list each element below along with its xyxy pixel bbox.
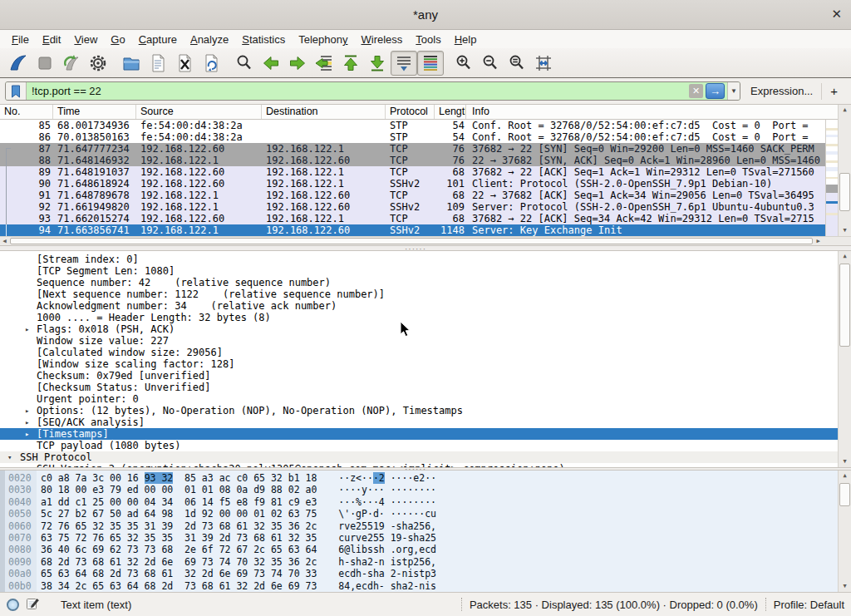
title-bar[interactable]: *any ✕ [0, 0, 851, 30]
filter-apply-button[interactable]: → [706, 83, 725, 99]
find-packet-icon[interactable] [231, 51, 258, 76]
hscrollbar-thumb[interactable] [10, 238, 813, 244]
expert-info-icon[interactable] [7, 599, 19, 611]
stop-capture-icon[interactable] [32, 51, 58, 76]
zoom-in-icon[interactable] [450, 51, 477, 76]
menu-wireless[interactable]: Wireless [355, 32, 410, 47]
scroll-up-arrow-icon[interactable]: ▲ [839, 471, 851, 481]
zoom-original-icon[interactable] [504, 51, 530, 76]
detail-segment-len[interactable]: [TCP Segment Len: 1080] [0, 265, 838, 277]
menu-help[interactable]: Help [448, 32, 484, 47]
scroll-down-arrow-icon[interactable]: ▼ [839, 225, 851, 236]
detail-ssh-protocol[interactable]: ▾SSH Protocol [0, 451, 838, 463]
menu-tools[interactable]: Tools [409, 32, 447, 47]
scroll-up-arrow-icon[interactable]: ▲ [839, 105, 851, 116]
hex-row-0030[interactable]: 003080 18 00 e3 79 ed 00 00 01 01 08 0a … [0, 484, 838, 495]
details-vscrollbar[interactable]: ▲ ▼ [838, 251, 851, 467]
detail-seq-ack-analysis[interactable]: ▸[SEQ/ACK analysis] [0, 416, 838, 428]
packet-list-vscrollbar[interactable]: ▲ ▼ [838, 105, 851, 236]
expand-arrow-icon[interactable]: ▸ [25, 323, 29, 335]
packet-row-92[interactable]: 9271.661949820192.168.122.1192.168.122.6… [0, 201, 825, 213]
restart-capture-icon[interactable] [58, 51, 85, 76]
go-forward-icon[interactable] [284, 51, 311, 76]
filter-clear-button[interactable]: ✕ [689, 84, 703, 98]
detail-calculated-window[interactable]: [Calculated window size: 29056] [0, 347, 838, 358]
reload-file-icon[interactable] [198, 51, 224, 76]
scroll-right-arrow-icon[interactable]: ▶ [814, 237, 823, 245]
hex-row-0090[interactable]: 009068 2d 73 68 61 32 2d 6e 69 73 74 70 … [0, 556, 838, 568]
menu-file[interactable]: File [5, 32, 36, 47]
hex-row-0080[interactable]: 008036 40 6c 69 62 73 73 68 2e 6f 72 67 … [0, 544, 838, 555]
hex-row-0060[interactable]: 006072 76 65 32 35 35 31 39 2d 73 68 61 … [0, 520, 838, 532]
hex-row-0040[interactable]: 0040a1 dd c1 25 00 00 04 34 06 14 f5 e8 … [0, 496, 838, 508]
bytes-vscrollbar[interactable]: ▲ ▼ [838, 471, 851, 592]
scrollbar-thumb[interactable] [839, 483, 850, 506]
packet-row-87[interactable]: 8771.647777234192.168.122.60192.168.122.… [0, 143, 825, 155]
save-file-icon[interactable] [145, 51, 171, 76]
filter-text[interactable]: !tcp.port == 22 [27, 85, 689, 97]
packet-row-91[interactable]: 9171.648789678192.168.122.1192.168.122.6… [0, 190, 825, 201]
hex-row-0020[interactable]: 0020 c0 a8 7a 3c 00 16 93 32 85 a3 ac c0… [0, 472, 838, 484]
go-first-packet-icon[interactable] [337, 51, 364, 76]
menu-statistics[interactable]: Statistics [235, 32, 292, 47]
status-profile[interactable]: Profile: Default [774, 599, 844, 611]
open-file-icon[interactable] [118, 51, 145, 76]
hex-row-0070[interactable]: 007063 75 72 76 65 32 35 35 31 39 2d 73 … [0, 532, 838, 544]
column-header-protocol[interactable]: Protocol [386, 105, 435, 119]
packet-row-86[interactable]: 8670.013850163fe:54:00:d4:38:2aSTP54Conf… [0, 131, 825, 143]
go-to-packet-icon[interactable] [311, 51, 337, 76]
menu-capture[interactable]: Capture [132, 32, 184, 47]
detail-header-length[interactable]: 1000 .... = Header Length: 32 bytes (8) [0, 312, 838, 323]
detail-urgent-pointer[interactable]: Urgent pointer: 0 [0, 393, 838, 405]
column-header-destination[interactable]: Destination [262, 105, 386, 119]
go-back-icon[interactable] [258, 51, 284, 76]
display-filter-input[interactable]: !tcp.port == 22 ✕ → ▼ [5, 81, 740, 101]
column-header-info[interactable]: Info [466, 105, 838, 119]
detail-sequence-number[interactable]: Sequence number: 42 (relative sequence n… [0, 277, 838, 288]
go-last-packet-icon[interactable] [364, 51, 391, 76]
scrollbar-thumb[interactable] [839, 264, 850, 347]
intelligent-scrollbar-minimap[interactable] [825, 120, 838, 236]
scroll-up-arrow-icon[interactable]: ▲ [839, 251, 851, 262]
detail-window-scaling[interactable]: [Window size scaling factor: 128] [0, 358, 838, 370]
column-header-no[interactable]: No. [0, 105, 53, 119]
detail-ack-number[interactable]: Acknowledgment number: 34 (relative ack … [0, 300, 838, 312]
capture-options-icon[interactable] [85, 51, 111, 76]
scrollbar-thumb[interactable] [839, 173, 850, 211]
capture-comment-icon[interactable] [26, 597, 39, 613]
expand-arrow-icon[interactable]: ▸ [25, 416, 29, 428]
menu-view[interactable]: View [67, 32, 104, 47]
menu-go[interactable]: Go [104, 32, 131, 47]
menu-edit[interactable]: Edit [36, 32, 67, 47]
menu-telephony[interactable]: Telephony [292, 32, 354, 47]
resize-columns-icon[interactable] [530, 51, 557, 76]
hex-row-00a0[interactable]: 00a065 63 64 68 2d 73 68 61 32 2d 6e 69 … [0, 568, 838, 579]
detail-checksum-status[interactable]: [Checksum Status: Unverified] [0, 382, 838, 393]
column-header-length[interactable]: Length [435, 105, 466, 119]
menu-analyze[interactable]: Analyze [184, 32, 235, 47]
packet-row-94-selected[interactable]: 9471.663856741192.168.122.1192.168.122.6… [0, 224, 825, 236]
packet-row-89[interactable]: 8971.648191037192.168.122.60192.168.122.… [0, 166, 825, 178]
detail-tcp-payload[interactable]: TCP payload (1080 bytes) [0, 440, 838, 451]
column-header-time[interactable]: Time [53, 105, 136, 119]
column-header-source[interactable]: Source [136, 105, 262, 119]
detail-checksum[interactable]: Checksum: 0x79ed [unverified] [0, 370, 838, 382]
zoom-out-icon[interactable] [477, 51, 504, 76]
detail-options[interactable]: ▸Options: (12 bytes), No-Operation (NOP)… [0, 405, 838, 416]
scroll-down-arrow-icon[interactable]: ▼ [839, 456, 851, 467]
hex-row-0050[interactable]: 00505c 27 b2 67 50 ad 64 98 1d 92 00 00 … [0, 508, 838, 520]
packet-row-90[interactable]: 9071.648618924192.168.122.60192.168.122.… [0, 178, 825, 190]
filter-dropdown-caret[interactable]: ▼ [727, 82, 740, 100]
hex-row-00b0[interactable]: 00b038 34 2c 65 63 64 68 2d 73 68 61 32 … [0, 580, 838, 592]
detail-stream-index[interactable]: [Stream index: 0] [0, 254, 838, 265]
scroll-left-arrow-icon[interactable]: ◀ [0, 237, 9, 245]
close-file-icon[interactable] [171, 51, 198, 76]
colorize-packets-icon[interactable] [417, 51, 444, 76]
detail-next-sequence-number[interactable]: [Next sequence number: 1122 (relative se… [0, 288, 838, 300]
expand-arrow-icon[interactable]: ▸ [25, 405, 29, 416]
start-capture-icon[interactable] [5, 51, 32, 76]
detail-flags[interactable]: ▸Flags: 0x018 (PSH, ACK) [0, 323, 838, 335]
expression-button[interactable]: Expression... [740, 85, 821, 97]
expand-arrow-icon[interactable]: ▸ [25, 428, 29, 440]
packet-row-93[interactable]: 9371.662015274192.168.122.60192.168.122.… [0, 213, 825, 224]
